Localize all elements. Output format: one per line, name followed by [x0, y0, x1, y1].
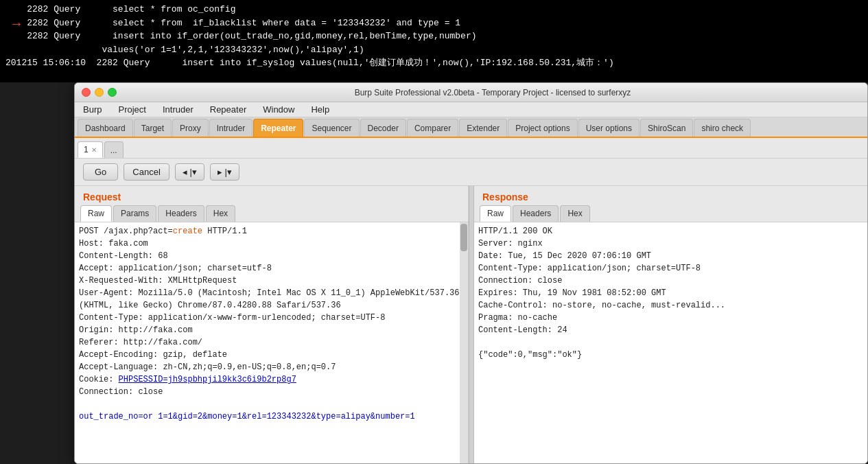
minimize-button[interactable] [95, 88, 104, 97]
close-button[interactable] [82, 88, 91, 97]
request-tab-headers[interactable]: Headers [158, 205, 204, 222]
response-tab-raw[interactable]: Raw [480, 205, 511, 222]
menu-window[interactable]: Window [260, 103, 297, 116]
terminal-line-1: 2282 Query select * from oc_config [5, 3, 863, 16]
response-tab-hex[interactable]: Hex [560, 205, 589, 222]
sub-tab-1[interactable]: 1 ✕ [78, 141, 103, 158]
tab-decoder[interactable]: Decoder [360, 119, 406, 137]
burp-window: Burp Suite Professional v2.0beta - Tempo… [74, 82, 868, 464]
request-tabs: Raw Params Headers Hex [75, 205, 468, 222]
menu-repeater[interactable]: Repeater [207, 103, 249, 116]
menu-burp[interactable]: Burp [80, 103, 104, 116]
tab-comparer[interactable]: Comparer [407, 119, 458, 137]
main-tab-bar: Dashboard Target Proxy Intruder Repeater… [75, 117, 867, 138]
window-title: Burp Suite Professional v2.0beta - Tempo… [125, 88, 860, 97]
sub-tab-close-icon[interactable]: ✕ [91, 146, 97, 154]
tab-repeater[interactable]: Repeater [253, 119, 303, 137]
sub-tab-more[interactable]: ... [104, 141, 124, 158]
tab-sequencer[interactable]: Sequencer [304, 119, 359, 137]
tab-shiro-check[interactable]: shiro check [694, 119, 751, 137]
menu-help[interactable]: Help [308, 103, 332, 116]
request-tab-params[interactable]: Params [113, 205, 156, 222]
response-content[interactable]: HTTP/1.1 200 OK Server: nginx Date: Tue,… [474, 222, 867, 464]
tab-user-options[interactable]: User options [578, 119, 640, 137]
request-tab-raw[interactable]: Raw [80, 205, 112, 222]
terminal-line-4: values('or 1=1',2,1,'123343232',now(),'a… [5, 43, 863, 57]
menu-project[interactable]: Project [115, 103, 148, 116]
req-create-highlight: create [173, 227, 202, 236]
maximize-button[interactable] [108, 88, 117, 97]
title-bar: Burp Suite Professional v2.0beta - Tempo… [75, 83, 867, 102]
response-tabs: Raw Headers Hex [474, 205, 867, 222]
forward-button[interactable]: ▸ |▾ [210, 163, 239, 181]
request-payload: out_trade_no=or 1=1&gid=2&money=1&rel=12… [79, 410, 464, 423]
sub-tab-bar: 1 ✕ ... [75, 138, 867, 159]
request-panel: Request Raw Params Headers Hex POST /aja… [75, 186, 469, 464]
request-title: Request [75, 186, 468, 205]
request-scrollbar[interactable] [460, 222, 468, 464]
tab-extender[interactable]: Extender [459, 119, 507, 137]
tab-target[interactable]: Target [134, 119, 172, 137]
cancel-button[interactable]: Cancel [124, 163, 169, 181]
response-title: Response [474, 186, 867, 205]
terminal-line-5: 201215 15:06:10 2282 Query insert into i… [5, 56, 863, 70]
menu-intruder[interactable]: Intruder [160, 103, 196, 116]
cookie-value: PHPSESSID=jh9spbhpjil9kk3c6i9b2rp8g7 [119, 375, 296, 384]
tab-intruder[interactable]: Intruder [209, 119, 253, 137]
terminal-arrow: → [12, 16, 21, 32]
menu-bar: Burp Project Intruder Repeater Window He… [75, 102, 867, 117]
watermark: https://blog.csdn.net/niqiuzu320 [756, 453, 863, 461]
main-content: Request Raw Params Headers Hex POST /aja… [75, 186, 867, 464]
tab-proxy[interactable]: Proxy [172, 119, 209, 137]
request-content[interactable]: POST /ajax.php?act=create HTTP/1.1 Host:… [75, 222, 468, 464]
terminal-line-2: 2282 Query select * from if_blacklist wh… [5, 16, 863, 30]
tab-shiroscan[interactable]: ShiroScan [640, 119, 693, 137]
panel-divider[interactable] [469, 186, 474, 464]
terminal-line-3: 2282 Query insert into if_order(out_trad… [5, 30, 863, 43]
response-tab-headers[interactable]: Headers [513, 205, 559, 222]
response-panel: Response Raw Headers Hex HTTP/1.1 200 OK… [474, 186, 867, 464]
request-tab-hex[interactable]: Hex [206, 205, 235, 222]
toolbar: Go Cancel ◂ |▾ ▸ |▾ [75, 159, 867, 186]
tab-project-options[interactable]: Project options [508, 119, 577, 137]
tab-dashboard[interactable]: Dashboard [78, 119, 133, 137]
terminal: → 2282 Query select * from oc_config 228… [0, 0, 868, 82]
back-button[interactable]: ◂ |▾ [175, 163, 204, 181]
window-controls [82, 88, 117, 97]
go-button[interactable]: Go [83, 163, 118, 181]
